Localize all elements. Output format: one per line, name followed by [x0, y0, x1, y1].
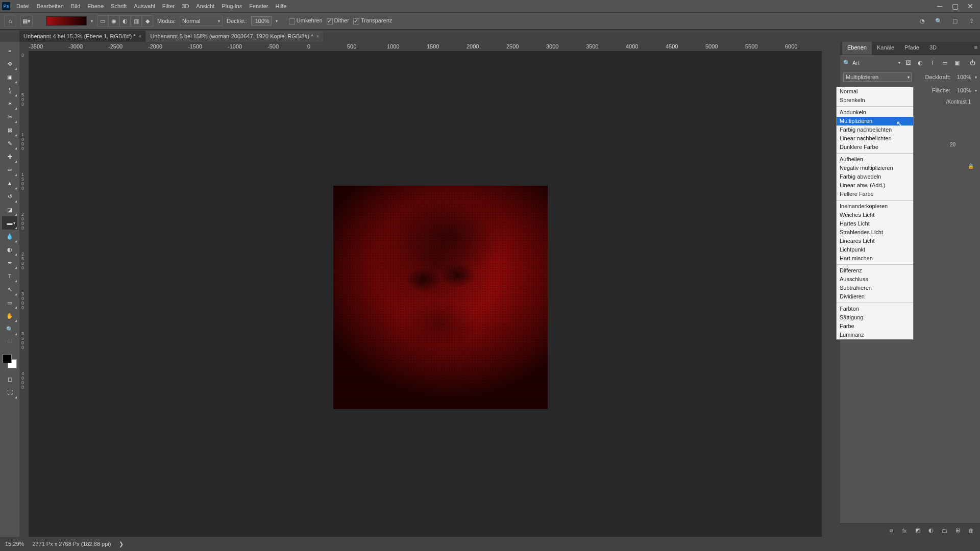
blend-option-differenz[interactable]: Differenz — [837, 266, 913, 275]
filter-smart-icon[interactable]: ▣ — [952, 58, 962, 67]
blend-option-hart-mischen[interactable]: Hart mischen — [837, 254, 913, 263]
home-button[interactable]: ⌂ — [4, 15, 16, 27]
adjustment-layer-icon[interactable]: ◐ — [927, 527, 935, 535]
ruler-vertical[interactable]: 05 0 01 0 0 01 5 0 02 0 0 02 5 0 03 0 0 … — [19, 51, 29, 537]
umkehren-checkbox[interactable]: Umkehren — [289, 17, 323, 24]
blend-option-lichtpunkt[interactable]: Lichtpunkt — [837, 245, 913, 254]
panel-tab-ebenen[interactable]: Ebenen — [842, 42, 872, 55]
stamp-tool[interactable]: ▲ — [2, 177, 17, 190]
blend-option-ausschluss[interactable]: Ausschluss — [837, 275, 913, 284]
menu-plugins[interactable]: Plug-ins — [222, 3, 242, 9]
menu-ebene[interactable]: Ebene — [87, 3, 104, 9]
wand-tool[interactable]: ✶ — [2, 97, 17, 110]
search-icon[interactable]: 🔍 — [934, 16, 943, 26]
document-tab-1[interactable]: Unbenannt-4 bei 15,3% (Ebene 1, RGB/8#) … — [19, 31, 145, 42]
layer-lock-icon[interactable]: 🔒 — [968, 163, 974, 169]
menu-bearbeiten[interactable]: Bearbeiten — [37, 3, 64, 9]
menu-auswahl[interactable]: Auswahl — [134, 3, 155, 9]
blend-option-ineinanderkopieren[interactable]: Ineinanderkopieren — [837, 202, 913, 211]
color-wells[interactable] — [3, 354, 17, 368]
gradient-angle-button[interactable]: ◐ — [119, 15, 131, 27]
ruler-origin[interactable] — [19, 42, 29, 51]
filter-image-icon[interactable]: 🖼 — [903, 58, 913, 67]
transparenz-checkbox[interactable]: Transparenz — [353, 17, 392, 24]
workspace-icon[interactable]: ▢ — [950, 16, 960, 26]
dodge-tool[interactable]: ◐ — [2, 243, 17, 256]
close-button[interactable]: ✕ — [963, 1, 978, 11]
blend-option-abdunkeln[interactable]: Abdunkeln — [837, 108, 913, 117]
canvas-image[interactable] — [333, 186, 548, 409]
lasso-tool[interactable]: ⟆ — [2, 84, 17, 97]
blend-option-aufhellen[interactable]: Aufhellen — [837, 155, 913, 164]
tool-preset-button[interactable]: ▦▾ — [20, 15, 33, 27]
blend-option-hellere-farbe[interactable]: Hellere Farbe — [837, 190, 913, 198]
minimize-button[interactable]: ─ — [932, 1, 947, 11]
ruler-horizontal[interactable]: -3500-3000-2500-2000-1500-1000-500050010… — [29, 42, 822, 51]
blend-option-farbe[interactable]: Farbe — [837, 322, 913, 331]
opacity-chevron-icon[interactable]: ▾ — [975, 75, 977, 80]
blend-option-s-ttigung[interactable]: Sättigung — [837, 313, 913, 322]
blend-option-strahlendes-licht[interactable]: Strahlendes Licht — [837, 228, 913, 237]
heal-tool[interactable]: ✚ — [2, 150, 17, 163]
gradient-tool[interactable]: ▬ — [2, 216, 17, 230]
gradient-diamond-button[interactable]: ◆ — [142, 15, 153, 27]
eyedropper-tool[interactable]: ✎ — [2, 137, 17, 150]
layer-search[interactable]: 🔍 Art▾ — [843, 60, 900, 66]
panel-tab-kanaele[interactable]: Kanäle — [872, 42, 899, 55]
dither-checkbox[interactable]: Dither — [327, 17, 349, 24]
gradient-swatch[interactable] — [46, 16, 87, 26]
layer-group-icon[interactable]: 🗀 — [940, 527, 948, 535]
shape-tool[interactable]: ▭ — [2, 296, 17, 309]
document-tab-2[interactable]: Unbenannt-5 bei 158% (woman-2003647_1920… — [146, 31, 323, 42]
tab-1-close-icon[interactable]: × — [139, 34, 142, 39]
path-tool[interactable]: ↖ — [2, 283, 17, 296]
opacity-input[interactable]: 100% — [952, 72, 973, 82]
menu-bild[interactable]: Bild — [71, 3, 80, 9]
fill-chevron-icon[interactable]: ▾ — [975, 88, 977, 93]
collapse-tools-icon[interactable]: » — [2, 44, 17, 57]
share-icon[interactable]: ⇪ — [967, 16, 976, 26]
gradient-reflected-button[interactable]: ▥ — [131, 15, 142, 27]
quickmask-button[interactable]: ◻ — [2, 372, 17, 386]
edit-toolbar-icon[interactable]: ⋯ — [2, 336, 17, 349]
gradient-radial-button[interactable]: ◉ — [108, 15, 119, 27]
menu-ansicht[interactable]: Ansicht — [196, 3, 214, 9]
blend-option-farbig-abwedeln[interactable]: Farbig abwedeln — [837, 172, 913, 181]
screenmode-button[interactable]: ⛶ — [2, 386, 17, 399]
pen-tool[interactable]: ✒ — [2, 256, 17, 269]
layer-mask-icon[interactable]: ◩ — [914, 527, 922, 535]
modus-select[interactable]: Normal — [180, 16, 223, 26]
hand-tool[interactable]: ✋ — [2, 309, 17, 322]
doc-dimensions[interactable]: 2771 Px x 2768 Px (182,88 ppi) — [32, 541, 111, 547]
menu-hilfe[interactable]: Hilfe — [275, 3, 286, 9]
zoom-tool[interactable]: 🔍 — [2, 322, 17, 336]
blend-option-luminanz[interactable]: Luminanz — [837, 331, 913, 339]
blend-option-subtrahieren[interactable]: Subtrahieren — [837, 284, 913, 292]
blend-option-lineares-licht[interactable]: Lineares Licht — [837, 237, 913, 245]
blend-option-negativ-multiplizieren[interactable]: Negativ multiplizieren — [837, 164, 913, 172]
eraser-tool[interactable]: ◪ — [2, 203, 17, 216]
brush-tool[interactable]: ✑ — [2, 163, 17, 177]
layer-adjustment-entry[interactable]: /Kontrast 1 — [946, 99, 971, 105]
filter-toggle-icon[interactable]: ⏻ — [968, 58, 977, 67]
frame-tool[interactable]: ⊠ — [2, 123, 17, 137]
blend-option-dividieren[interactable]: Dividieren — [837, 292, 913, 301]
menu-fenster[interactable]: Fenster — [249, 3, 268, 9]
delete-layer-icon[interactable]: 🗑 — [967, 527, 975, 535]
gradient-linear-button[interactable]: ▭ — [97, 15, 108, 27]
filter-shape-icon[interactable]: ▭ — [940, 58, 949, 67]
menu-3d[interactable]: 3D — [182, 3, 189, 9]
blend-option-hartes-licht[interactable]: Hartes Licht — [837, 219, 913, 228]
blend-option-normal[interactable]: Normal — [837, 87, 913, 96]
move-tool[interactable]: ✥ — [2, 57, 17, 70]
blend-option-weiches-licht[interactable]: Weiches Licht — [837, 211, 913, 219]
history-brush-tool[interactable]: ↺ — [2, 190, 17, 203]
marquee-tool[interactable]: ▣ — [2, 70, 17, 84]
crop-tool[interactable]: ✂ — [2, 110, 17, 123]
blend-option-linear-nachbelichten[interactable]: Linear nachbelichten — [837, 134, 913, 143]
filter-adjust-icon[interactable]: ◐ — [916, 58, 925, 67]
blend-option-linear-abw-add-[interactable]: Linear abw. (Add.) — [837, 181, 913, 190]
tab-2-close-icon[interactable]: × — [316, 34, 320, 39]
zoom-level[interactable]: 15,29% — [5, 541, 24, 547]
canvas-viewport[interactable]: -3500-3000-2500-2000-1500-1000-500050010… — [19, 42, 822, 537]
